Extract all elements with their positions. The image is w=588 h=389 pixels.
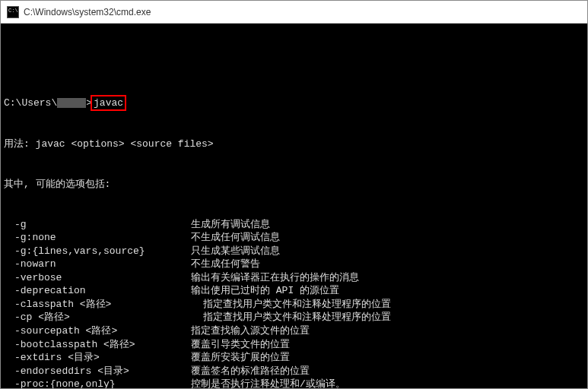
option-flag: -g:none bbox=[4, 231, 191, 245]
option-row: -g:{lines,vars,source}只生成某些调试信息 bbox=[4, 245, 584, 258]
option-flag: -endorseddirs <目录> bbox=[4, 365, 191, 378]
option-row: -classpath <路径> 指定查找用户类文件和注释处理程序的位置 bbox=[4, 298, 584, 312]
option-description: 不生成任何警告 bbox=[191, 258, 260, 271]
option-row: -cp <路径> 指定查找用户类文件和注释处理程序的位置 bbox=[4, 311, 584, 324]
option-description: 指定查找用户类文件和注释处理程序的位置 bbox=[191, 311, 391, 324]
terminal-output[interactable]: C:\Users\>javac 用法: javac <options> <sou… bbox=[1, 24, 587, 388]
option-description: 控制是否执行注释处理和/或编译。 bbox=[191, 378, 345, 388]
option-row: -extdirs <目录>覆盖所安装扩展的位置 bbox=[4, 351, 584, 365]
option-row: -proc:{none,only}控制是否执行注释处理和/或编译。 bbox=[4, 378, 584, 388]
option-row: -g生成所有调试信息 bbox=[4, 218, 584, 232]
option-row: -verbose输出有关编译器正在执行的操作的消息 bbox=[4, 271, 584, 285]
option-flag: -extdirs <目录> bbox=[4, 351, 191, 365]
prompt-prefix: C:\Users\ bbox=[4, 97, 57, 109]
redacted-username bbox=[57, 98, 86, 108]
option-flag: -g bbox=[4, 218, 191, 232]
options-list: -g生成所有调试信息-g:none不生成任何调试信息-g:{lines,vars… bbox=[4, 218, 584, 388]
option-flag: -proc:{none,only} bbox=[4, 378, 191, 388]
window-title: C:\Windows\system32\cmd.exe bbox=[24, 7, 151, 17]
option-description: 输出有关编译器正在执行的操作的消息 bbox=[191, 271, 359, 285]
options-header: 其中, 可能的选项包括: bbox=[4, 178, 584, 191]
option-row: -nowarn不生成任何警告 bbox=[4, 258, 584, 271]
usage-line: 用法: javac <options> <source files> bbox=[4, 138, 584, 151]
typed-command: javac bbox=[94, 97, 123, 109]
option-description: 覆盖引导类文件的位置 bbox=[191, 338, 290, 352]
option-row: -deprecation输出使用已过时的 API 的源位置 bbox=[4, 284, 584, 298]
option-row: -g:none不生成任何调试信息 bbox=[4, 231, 584, 245]
option-flag: -verbose bbox=[4, 271, 191, 285]
option-description: 只生成某些调试信息 bbox=[191, 245, 280, 258]
option-description: 覆盖签名的标准路径的位置 bbox=[191, 365, 310, 378]
option-flag: -nowarn bbox=[4, 258, 191, 271]
blank-line bbox=[4, 55, 584, 68]
option-description: 输出使用已过时的 API 的源位置 bbox=[191, 284, 339, 298]
option-flag: -sourcepath <路径> bbox=[4, 324, 191, 338]
command-prompt-line: C:\Users\>javac bbox=[4, 95, 584, 112]
option-description: 指定查找输入源文件的位置 bbox=[191, 324, 310, 338]
cmd-icon bbox=[7, 6, 19, 18]
option-description: 指定查找用户类文件和注释处理程序的位置 bbox=[191, 298, 391, 312]
command-highlight: javac bbox=[91, 95, 126, 112]
option-flag: -bootclasspath <路径> bbox=[4, 338, 191, 352]
option-description: 覆盖所安装扩展的位置 bbox=[191, 351, 290, 365]
option-description: 生成所有调试信息 bbox=[191, 218, 270, 232]
cmd-window: C:\Windows\system32\cmd.exe C:\Users\>ja… bbox=[0, 0, 588, 389]
titlebar[interactable]: C:\Windows\system32\cmd.exe bbox=[1, 1, 587, 24]
option-flag: -classpath <路径> bbox=[4, 298, 191, 312]
option-flag: -g:{lines,vars,source} bbox=[4, 245, 191, 258]
option-description: 不生成任何调试信息 bbox=[191, 231, 280, 245]
option-flag: -cp <路径> bbox=[4, 311, 191, 324]
option-row: -sourcepath <路径>指定查找输入源文件的位置 bbox=[4, 324, 584, 338]
option-row: -endorseddirs <目录>覆盖签名的标准路径的位置 bbox=[4, 365, 584, 378]
option-flag: -deprecation bbox=[4, 284, 191, 298]
option-row: -bootclasspath <路径>覆盖引导类文件的位置 bbox=[4, 338, 584, 352]
